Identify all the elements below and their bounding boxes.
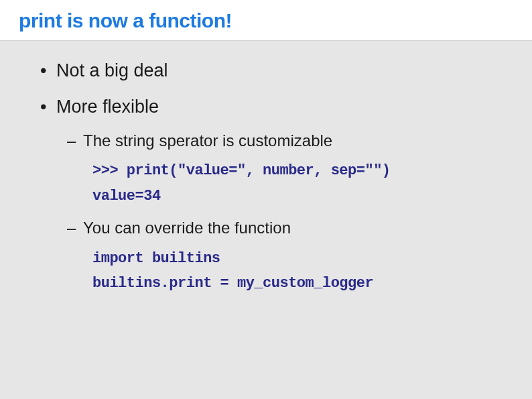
slide-header: print is now a function! [0,0,532,41]
code-block: import builtins builtins.print = my_cust… [92,246,494,296]
code-block: >>> print("value=", number, sep="") valu… [92,158,494,209]
slide-body: Not a big deal More flexible The string … [0,41,532,296]
sub-bullet-list: The string sperator is customizable >>> … [66,129,494,296]
bullet-item: Not a big deal [38,58,494,84]
bullet-text: More flexible [56,97,159,117]
sub-bullet-item: You can override the function import bui… [66,217,494,296]
bullet-item: More flexible The string sperator is cus… [38,95,494,296]
bullet-list: Not a big deal More flexible The string … [38,58,494,296]
sub-bullet-text: The string sperator is customizable [83,131,332,150]
sub-bullet-item: The string sperator is customizable >>> … [66,129,494,209]
slide-title: print is now a function! [19,9,513,32]
sub-bullet-text: You can override the function [83,219,291,237]
bullet-text: Not a big deal [56,60,168,80]
